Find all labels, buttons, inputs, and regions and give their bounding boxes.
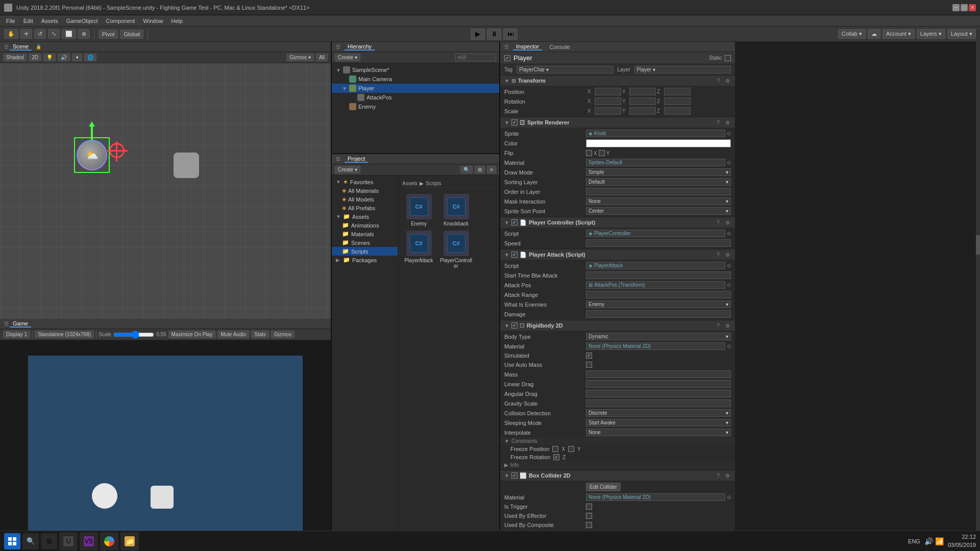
spritesortpoint-dropdown[interactable]: Center ▾ <box>586 207 731 215</box>
close-btn[interactable]: ✕ <box>969 4 976 11</box>
starttimebtw-input[interactable]: 0.3 <box>586 271 731 279</box>
hier-maincamera[interactable]: Main Camera <box>332 74 499 84</box>
sprite-select-btn[interactable]: ⊙ <box>727 131 731 136</box>
bodytype-dropdown[interactable]: Dynamic ▾ <box>586 333 731 340</box>
tree-materials[interactable]: 📁 Materials <box>332 230 398 238</box>
maskinteraction-dropdown[interactable]: None ▾ <box>586 197 731 205</box>
attackpos-select[interactable]: ⊙ <box>727 282 731 288</box>
sr-settings[interactable]: ⚙ <box>724 119 731 126</box>
game-display[interactable]: Display 1 <box>3 331 30 338</box>
tab-hierarchy[interactable]: Hierarchy <box>345 43 375 51</box>
tab-console[interactable]: Console <box>546 44 573 50</box>
drawmode-dropdown[interactable]: Simple ▾ <box>586 168 731 176</box>
menu-window[interactable]: Window <box>139 17 167 25</box>
interpolate-dropdown[interactable]: None ▾ <box>586 429 731 436</box>
color-picker[interactable] <box>586 139 731 147</box>
transform-settings[interactable]: ⚙ <box>724 77 731 84</box>
sr-help[interactable]: ? <box>715 119 722 126</box>
asset-playerattack[interactable]: C# PlayerAttack <box>402 231 435 269</box>
asset-enemy[interactable]: C# Enemy <box>402 194 435 227</box>
layer-dropdown[interactable]: Player ▾ <box>634 66 731 73</box>
menu-edit[interactable]: Edit <box>19 17 37 25</box>
collab-button[interactable]: Collab ▾ <box>838 29 866 39</box>
project-create[interactable]: Create ▾ <box>335 166 360 173</box>
whatisenemy-dropdown[interactable]: Enemy ▾ <box>586 300 731 308</box>
maximize-btn[interactable]: □ <box>961 4 968 11</box>
material-ref[interactable]: Sprites-Default <box>586 159 725 166</box>
scene-audio[interactable]: 🔊 <box>58 54 70 61</box>
simulated-check[interactable] <box>586 353 592 359</box>
freeze-pos-y[interactable] <box>568 446 574 452</box>
pc-help[interactable]: ? <box>715 219 722 226</box>
attackrange-input[interactable]: 0.53 <box>586 291 731 298</box>
position-z[interactable]: 0 <box>664 88 691 95</box>
position-y[interactable]: 0 <box>629 88 656 95</box>
bc-settings[interactable]: ⚙ <box>724 472 731 479</box>
scale-z[interactable]: 7 <box>664 107 691 115</box>
chrome-taskbar[interactable] <box>100 532 118 550</box>
gizmos-button[interactable]: Gizmos ▾ <box>286 54 314 61</box>
menu-help[interactable]: Help <box>167 17 187 25</box>
scene-viewport[interactable]: ⛅ <box>0 63 331 319</box>
pa-settings[interactable]: ⚙ <box>724 251 731 258</box>
menu-assets[interactable]: Assets <box>37 17 62 25</box>
scale-x[interactable]: 7 <box>595 107 621 115</box>
rotation-y[interactable]: 0 <box>629 97 656 105</box>
angulardrag-input[interactable]: 0.05 <box>586 390 731 397</box>
hier-samplescene[interactable]: ▼ SampleScene* <box>332 65 499 74</box>
menu-gameobject[interactable]: GameObject <box>62 17 102 25</box>
sr-enabled[interactable] <box>511 119 518 126</box>
shading-mode[interactable]: Shaded <box>3 54 27 61</box>
info-section[interactable]: ▶ Info <box>500 461 735 469</box>
network-icon[interactable]: 📶 <box>935 537 944 545</box>
menu-component[interactable]: Component <box>102 17 139 25</box>
rb-help[interactable]: ? <box>715 322 722 329</box>
maximize-on-play[interactable]: Maximize On Play <box>168 331 216 338</box>
tab-inspector[interactable]: Inspector <box>513 43 542 51</box>
project-list-btn[interactable]: ≡ <box>487 166 496 173</box>
pa-script-select[interactable]: ⊙ <box>727 263 731 268</box>
tab-game[interactable]: Game <box>10 320 31 328</box>
tool-transform[interactable]: ⊕ <box>78 29 90 39</box>
gravityscale-input[interactable]: 0 <box>586 399 731 407</box>
freeze-pos-x[interactable] <box>552 446 558 452</box>
game-gizmos[interactable]: Gizmos <box>271 331 295 338</box>
tab-project[interactable]: Project <box>345 156 368 163</box>
tool-hand[interactable]: ✋ <box>4 29 18 39</box>
task-view-btn[interactable]: ⧉ <box>41 533 57 549</box>
menu-file[interactable]: File <box>2 17 19 25</box>
tree-all-prefabs[interactable]: ◈ All Prefabs <box>332 204 398 212</box>
tool-scale[interactable]: ⤡ <box>48 29 60 39</box>
bc-enabled[interactable] <box>511 472 518 479</box>
material-select-btn[interactable]: ⊙ <box>727 160 731 165</box>
damage-input[interactable]: 1 <box>586 310 731 318</box>
asset-playercontroller[interactable]: C# PlayerController <box>439 231 473 269</box>
bc-material-ref[interactable]: None (Physics Material 2D) <box>586 493 725 501</box>
sprite-ref[interactable]: ◈ Knob <box>586 130 725 137</box>
play-button[interactable]: ▶ <box>471 29 485 40</box>
pc-enabled[interactable] <box>511 219 518 226</box>
object-enabled-checkbox[interactable] <box>504 55 510 61</box>
explorer-taskbar[interactable]: 📁 <box>120 532 139 550</box>
tree-favorites[interactable]: ▼ ★ Favorites <box>332 178 398 186</box>
tree-assets[interactable]: ▼ 📁 Assets <box>332 212 398 221</box>
stats-btn[interactable]: Stats <box>251 331 269 338</box>
pivot-button[interactable]: Pivot <box>99 30 118 39</box>
rb-material-ref[interactable]: None (Physics Material 2D) <box>586 342 725 350</box>
rotation-x[interactable]: 0 <box>595 97 621 105</box>
flip-y-check[interactable] <box>599 150 605 156</box>
pc-settings[interactable]: ⚙ <box>724 219 731 226</box>
tree-all-models[interactable]: ◈ All Models <box>332 195 398 204</box>
tree-animations[interactable]: 📁 Animations <box>332 221 398 230</box>
step-button[interactable]: ⏭ <box>503 29 518 40</box>
transform-header[interactable]: ▼ ⊞ Transform ? ⚙ <box>500 76 735 86</box>
all-button[interactable]: All <box>316 54 328 61</box>
rb-header[interactable]: ▼ ⚀ Rigidbody 2D ? ⚙ <box>500 320 735 331</box>
lineardrag-input[interactable]: 0 <box>586 380 731 388</box>
game-scale-slider[interactable] <box>113 331 154 339</box>
scene-fx[interactable]: ✦ <box>72 54 82 61</box>
usedbycomposite-check[interactable] <box>586 522 592 528</box>
orderinlayer-input[interactable]: 0 <box>586 188 731 195</box>
speaker-icon[interactable]: 🔊 <box>924 537 933 545</box>
attackpos-ref[interactable]: ⊞ AttackPos (Transform) <box>586 281 725 289</box>
